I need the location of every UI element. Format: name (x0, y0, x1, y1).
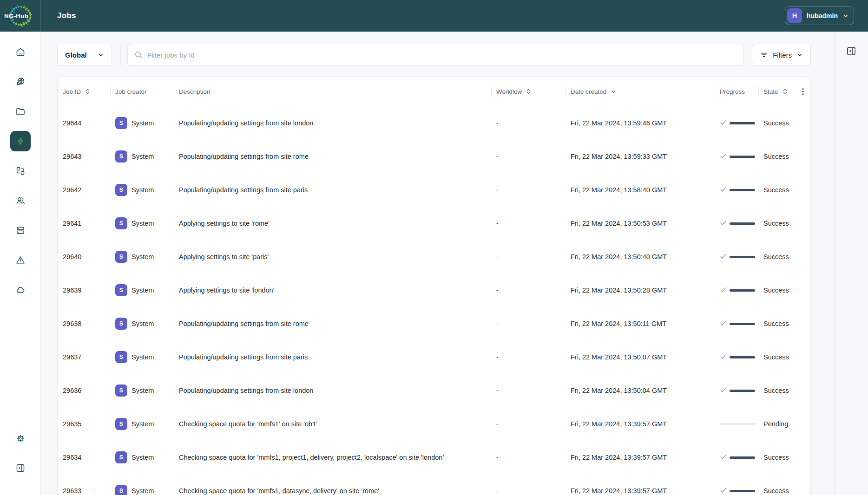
jobs-table-card: Job ID Job creator Description Workflow … (57, 76, 811, 495)
creator-name: System (132, 287, 154, 294)
job-creator-cell: S System (110, 485, 174, 495)
user-menu-button[interactable]: H hubadmin (785, 7, 854, 25)
table-row[interactable]: 29634 S System Checking space quota for … (58, 441, 810, 474)
sidebar-collapse-toggle[interactable] (10, 458, 31, 478)
job-id-cell: 29644 (58, 119, 110, 127)
table-row[interactable]: 29643 S System Populating/updating setti… (58, 140, 810, 173)
progress-cell (715, 220, 758, 228)
check-icon (720, 487, 727, 495)
sidebar-item-storage[interactable] (10, 220, 31, 241)
sidebar-item-discover[interactable] (10, 72, 31, 92)
table-body: 29644 S System Populating/updating setti… (58, 106, 810, 495)
sidebar-item-resources[interactable] (10, 161, 31, 181)
sort-icon[interactable] (782, 88, 788, 95)
description-cell: Applying settings to site 'london' (174, 287, 491, 294)
settings-gear-icon (15, 433, 26, 444)
date-created-cell: Fri, 22 Mar 2024, 13:50:11 GMT (566, 320, 715, 327)
creator-name: System (132, 186, 154, 194)
jobs-lightning-icon (15, 136, 26, 147)
sidebar-item-files[interactable] (10, 101, 31, 122)
main-content: Global Filters Job ID Job creator Descri… (41, 32, 834, 495)
progress-cell (715, 153, 758, 161)
table-row[interactable]: 29633 S System Checking space quota for … (58, 474, 810, 495)
progress-bar (730, 189, 755, 191)
sidebar-item-cloud[interactable] (10, 280, 31, 300)
job-id-cell: 29635 (58, 420, 110, 428)
sidebar-item-users[interactable] (10, 190, 31, 211)
table-row[interactable]: 29636 S System Populating/updating setti… (58, 374, 810, 407)
creator-name: System (132, 420, 154, 428)
check-icon (720, 320, 727, 328)
progress-bar (730, 490, 755, 492)
job-creator-cell: S System (110, 451, 174, 463)
collapse-panel-icon (845, 45, 857, 57)
job-id-cell: 29634 (58, 454, 110, 461)
search-icon (134, 51, 143, 59)
user-avatar: H (787, 8, 802, 23)
table-row[interactable]: 29642 S System Populating/updating setti… (58, 173, 810, 207)
table-row[interactable]: 29641 S System Applying settings to site… (58, 207, 810, 240)
table-row[interactable]: 29644 S System Populating/updating setti… (58, 106, 810, 140)
sort-icon[interactable] (85, 88, 91, 95)
column-header-job-id[interactable]: Job ID (58, 77, 110, 106)
date-created-cell: Fri, 22 Mar 2024, 13:50:07 GMT (566, 353, 715, 361)
date-created-cell: Fri, 22 Mar 2024, 13:50:04 GMT (566, 387, 715, 394)
table-row[interactable]: 29638 S System Populating/updating setti… (58, 307, 810, 340)
check-icon (720, 253, 727, 261)
progress-bar (730, 156, 755, 158)
job-creator-cell: S System (110, 150, 174, 163)
table-row[interactable]: 29635 S System Checking space quota for … (58, 407, 810, 441)
workflow-cell: - (491, 220, 566, 227)
column-header-date-created[interactable]: Date created (566, 77, 715, 106)
job-id-cell: 29637 (58, 353, 110, 361)
description-cell: Populating/updating settings from site l… (174, 387, 491, 394)
creator-avatar: S (115, 251, 127, 263)
progress-track (720, 423, 755, 425)
filters-button[interactable]: Filters (752, 44, 811, 66)
app-logo[interactable]: NG-Hub™ (0, 0, 41, 32)
sidebar-item-home[interactable] (10, 42, 31, 62)
table-row[interactable]: 29640 S System Applying settings to site… (58, 240, 810, 274)
column-settings-button[interactable] (795, 77, 811, 106)
state-cell: Success (758, 153, 795, 160)
sidebar-item-alerts[interactable] (10, 250, 31, 270)
description-cell: Applying settings to site 'paris' (174, 253, 491, 261)
progress-cell (715, 387, 758, 395)
toolbar-divider (120, 45, 121, 65)
job-creator-cell: S System (110, 318, 174, 330)
workflow-cell: - (491, 287, 566, 294)
column-header-state[interactable]: State (758, 77, 795, 106)
job-id-cell: 29639 (58, 287, 110, 294)
sidebar-item-jobs[interactable] (10, 131, 31, 151)
users-icon (15, 195, 26, 206)
check-icon (720, 153, 727, 161)
cloud-icon (15, 284, 26, 295)
workflow-cell: - (491, 387, 566, 394)
progress-bar (730, 289, 755, 292)
state-cell: Success (758, 186, 795, 194)
column-header-job-creator[interactable]: Job creator (110, 77, 174, 106)
search-input[interactable] (147, 51, 736, 59)
creator-avatar: S (115, 351, 127, 363)
job-search (127, 44, 743, 66)
progress-bar (730, 222, 755, 225)
scope-selector[interactable]: Global (57, 44, 112, 66)
job-id-cell: 29638 (58, 320, 110, 327)
alerts-icon (15, 254, 26, 266)
details-panel-toggle[interactable] (844, 44, 859, 59)
sidebar-item-settings[interactable] (10, 428, 31, 449)
creator-avatar: S (115, 150, 127, 163)
logo-wordmark: NG-Hub™ (4, 13, 31, 20)
sort-icon[interactable] (610, 88, 617, 95)
description-cell: Checking space quota for 'mmfs1, datasyn… (174, 487, 491, 495)
column-header-workflow[interactable]: Workflow (491, 77, 566, 106)
date-created-cell: Fri, 22 Mar 2024, 13:58:40 GMT (566, 186, 715, 194)
creator-name: System (132, 253, 154, 261)
creator-name: System (132, 119, 154, 127)
table-row[interactable]: 29639 S System Applying settings to site… (58, 274, 810, 307)
sort-icon[interactable] (526, 88, 532, 95)
check-icon (720, 454, 727, 462)
column-header-description[interactable]: Description (174, 77, 491, 106)
column-header-progress[interactable]: Progress (715, 77, 758, 106)
table-row[interactable]: 29637 S System Populating/updating setti… (58, 340, 810, 374)
